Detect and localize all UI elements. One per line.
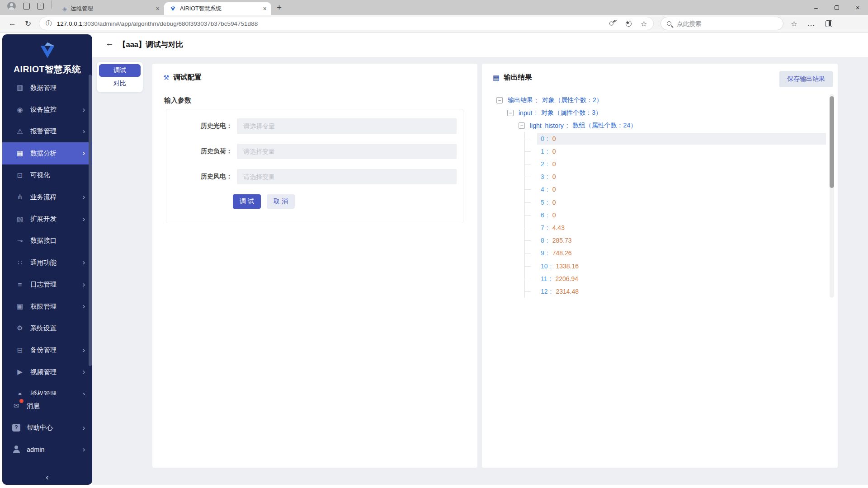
field-label-load-history: 历史负荷：	[166, 147, 232, 155]
more-menu-icon[interactable]: …	[807, 19, 816, 28]
restore-button[interactable]	[826, 0, 847, 15]
tree-item[interactable]: 6:0	[493, 209, 834, 221]
field-label-light-history: 历史光电：	[166, 122, 232, 130]
tree-node-input[interactable]: − input: 对象（属性个数：3）	[493, 107, 834, 119]
sidebar-item-log-management[interactable]: ≡ 日志管理 ›	[2, 274, 92, 296]
sidebar-item-label: admin	[27, 446, 45, 453]
video-icon: ▶	[16, 368, 24, 376]
tree-item[interactable]: 10:1338.16	[493, 259, 834, 272]
sidebar-item-extension-dev[interactable]: ▧ 扩展开发 ›	[2, 208, 92, 230]
alarm-icon: ⚠	[16, 127, 24, 136]
sidebar-scrollbar-thumb[interactable]	[89, 75, 92, 366]
sidebar-item-system-settings[interactable]: ⚙ 系统设置	[2, 317, 92, 339]
chevron-right-icon: ›	[83, 424, 85, 432]
tab-debug[interactable]: 调试	[99, 64, 141, 77]
sidebar-item-visualization[interactable]: ⊡ 可视化	[2, 164, 92, 186]
tree-item[interactable]: 5:0	[493, 196, 834, 209]
sidebar-toggle-icon[interactable]	[826, 20, 832, 27]
backup-icon: ⊟	[16, 346, 24, 354]
close-window-button[interactable]: ×	[847, 0, 868, 15]
sidebar-item-permission-management[interactable]: ▣ 权限管理 ›	[2, 296, 92, 317]
sidebar-collapse-button[interactable]: ‹	[2, 472, 92, 482]
tree-item[interactable]: 2:0	[493, 158, 834, 170]
sidebar-item-backup-management[interactable]: ⊟ 备份管理 ›	[2, 339, 92, 361]
sidebar-item-common-functions[interactable]: ∷ 通用功能 ›	[2, 252, 92, 273]
sidebar-item-help-center[interactable]: ? 帮助中心 ›	[2, 417, 92, 438]
tree-item[interactable]: 7:4.43	[493, 221, 834, 234]
search-box[interactable]	[660, 17, 783, 30]
divider	[51, 0, 52, 9]
cancel-button[interactable]: 取 消	[267, 194, 295, 209]
airiot-logo-icon	[37, 41, 58, 61]
light-history-select[interactable]	[237, 118, 457, 134]
collapse-node-icon[interactable]: −	[519, 122, 525, 129]
close-tab-icon[interactable]: ×	[156, 5, 160, 12]
data-interface-icon: ⊸	[16, 237, 24, 245]
password-key-icon[interactable]	[608, 19, 618, 29]
field-label-wind-history: 历史风电：	[166, 173, 232, 181]
browser-tab-ops[interactable]: ◈ 运维管理 ×	[57, 2, 164, 15]
bookmark-star-icon[interactable]: ☆	[641, 19, 647, 28]
tab-title: 运维管理	[71, 5, 93, 13]
tree-item[interactable]: 4:0	[493, 183, 834, 196]
chevron-right-icon: ›	[83, 258, 85, 267]
workspaces-icon[interactable]	[23, 3, 30, 9]
tree-item[interactable]: 3:0	[493, 170, 834, 183]
tree-item[interactable]: 12:2314.48	[493, 285, 834, 298]
tree-item[interactable]: 1:0	[493, 145, 834, 158]
collapse-node-icon[interactable]: −	[496, 97, 503, 103]
tree-item[interactable]: 9:748.26	[493, 247, 834, 259]
sidebar-item-messages[interactable]: ✉ 消息	[2, 395, 92, 417]
sidebar-item-device-monitor[interactable]: ◉ 设备监控 ›	[2, 99, 92, 120]
address-bar[interactable]: ⓘ 127.0.0.1:3030/admin#/app/algorithm/de…	[39, 17, 654, 30]
debug-button[interactable]: 调 试	[233, 194, 261, 209]
close-tab-icon[interactable]: ×	[263, 5, 267, 12]
sidebar-item-data-interface[interactable]: ⊸ 数据接口	[2, 230, 92, 252]
sidebar-item-alarm-management[interactable]: ⚠ 报警管理 ›	[2, 121, 92, 142]
sidebar-item-label: 权限管理	[30, 302, 57, 311]
minimize-button[interactable]: –	[806, 0, 826, 15]
tree-scrollbar-thumb[interactable]	[830, 96, 834, 188]
profile-avatar-icon[interactable]	[7, 2, 16, 10]
tree-node-root[interactable]: − 输出结果: 对象（属性个数：2）	[493, 94, 834, 107]
browser-tab-airiot[interactable]: AIRIOT智慧系统 ×	[164, 2, 271, 15]
notification-badge	[19, 399, 24, 403]
save-output-button[interactable]: 保存输出结果	[779, 71, 833, 87]
load-history-select[interactable]	[237, 144, 457, 159]
help-icon: ?	[12, 424, 20, 432]
refresh-button[interactable]: ↻	[25, 19, 31, 28]
browser-essentials-icon[interactable]	[626, 21, 632, 27]
wind-history-select[interactable]	[237, 169, 457, 184]
tab-actions-icon[interactable]	[37, 3, 44, 9]
visualization-icon: ⊡	[16, 171, 24, 179]
favorites-bar-icon[interactable]: ☆	[791, 19, 797, 28]
tree-node-light-history[interactable]: − light_history: 数组（属性个数：24）	[493, 119, 834, 132]
chevron-right-icon: ›	[83, 127, 85, 136]
page-back-button[interactable]: ←	[105, 38, 114, 48]
wind-history-input[interactable]	[242, 173, 451, 181]
sidebar-item-license-management[interactable]: ● 授权管理 ›	[2, 383, 92, 395]
sidebar-item-video-management[interactable]: ▶ 视频管理 ›	[2, 361, 92, 383]
sidebar-item-data-analysis[interactable]: ▦ 数据分析 ›	[2, 142, 92, 164]
collapse-node-icon[interactable]: −	[507, 110, 514, 116]
light-history-input[interactable]	[242, 122, 451, 130]
chevron-right-icon: ›	[83, 346, 85, 354]
restore-icon	[835, 5, 839, 10]
tab-strip: ◈ 运维管理 × AIRIOT智慧系统 × +	[57, 0, 282, 15]
tree-item[interactable]: 8:285.73	[493, 234, 834, 247]
url-text: 127.0.0.1:3030/admin#/app/algorithm/debu…	[57, 20, 258, 27]
sidebar-item-data-management[interactable]: ▥ 数据管理	[2, 77, 92, 99]
new-tab-button[interactable]: +	[277, 3, 282, 13]
sidebar-item-workflow[interactable]: ⋔ 业务流程 ›	[2, 186, 92, 208]
back-button[interactable]: ←	[9, 19, 16, 28]
lock-icon: ▣	[16, 302, 24, 310]
common-functions-icon: ∷	[16, 258, 24, 267]
search-input[interactable]	[676, 20, 777, 28]
tab-compare[interactable]: 对比	[99, 77, 141, 90]
site-info-icon[interactable]: ⓘ	[46, 19, 52, 28]
tree-item[interactable]: 0:0	[493, 132, 834, 145]
load-history-input[interactable]	[242, 147, 451, 155]
tree-item[interactable]: 11:2206.94	[493, 272, 834, 285]
sidebar-item-admin[interactable]: admin ›	[2, 439, 92, 460]
output-result-title: 输出结果	[504, 73, 532, 82]
